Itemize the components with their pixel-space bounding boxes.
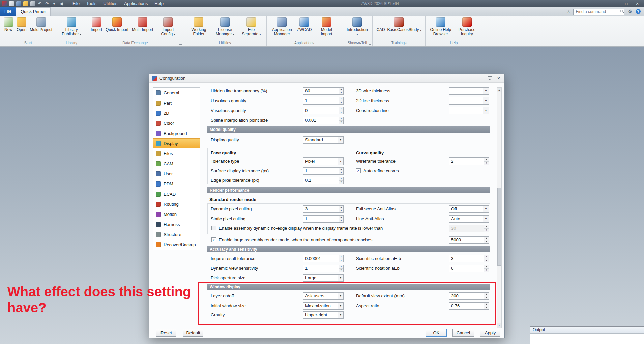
spinner-up-icon[interactable]: ▲	[484, 255, 489, 259]
redo-icon[interactable]: ↷	[45, 1, 50, 6]
tab-file[interactable]: File	[0, 7, 16, 16]
ribbon-button[interactable]: File Separate ▾	[238, 16, 264, 38]
ribbon-button[interactable]: Purchase Inquiry	[454, 16, 480, 37]
spinner-down-icon[interactable]: ▼	[484, 269, 489, 272]
full-scene-anti-alias-dropdown[interactable]: Off ▼	[449, 205, 489, 213]
config-nav-item[interactable]: PDM	[153, 179, 200, 189]
menu-item[interactable]: File	[69, 0, 83, 7]
reset-button[interactable]: Reset	[156, 329, 176, 337]
spinner-down-icon[interactable]: ▼	[339, 101, 343, 105]
u-isolines-spinner[interactable]: 1 ▲▼	[303, 97, 344, 105]
search-icon[interactable]	[620, 10, 623, 12]
hidden-line-transparency-spinner[interactable]: 80 ▲▼	[303, 87, 344, 95]
spinner-up-icon[interactable]: ▲	[339, 117, 343, 121]
construction-line-dropdown[interactable]: ▼	[449, 107, 489, 114]
pick-aperture-size-dropdown[interactable]: Large ▼	[303, 274, 344, 282]
minimize-icon[interactable]: —	[611, 0, 620, 7]
close-icon[interactable]: ✕	[633, 0, 642, 7]
ribbon-button[interactable]: Open	[15, 16, 28, 33]
spinner-up-icon[interactable]: ▲	[339, 265, 343, 269]
spinner-up-icon[interactable]: ▲	[484, 237, 489, 240]
config-nav-item[interactable]: Harness	[153, 219, 200, 229]
apply-button[interactable]: Apply	[480, 329, 500, 337]
ribbon-button[interactable]: Introduction ▾	[344, 16, 370, 38]
ribbon-button[interactable]: Import Config ▾	[155, 16, 181, 38]
spinner-up-icon[interactable]: ▲	[339, 168, 343, 171]
open-folder-icon[interactable]	[23, 1, 28, 6]
menu-item[interactable]: Utilities	[100, 0, 121, 7]
spinner-down-icon[interactable]: ▼	[339, 209, 343, 213]
spinner-up-icon[interactable]: ▲	[339, 97, 343, 101]
new-doc-icon[interactable]	[9, 1, 14, 6]
output-panel-header[interactable]: Output	[530, 327, 644, 334]
spinner-down-icon[interactable]: ▼	[339, 181, 343, 184]
wire-3d-thickness-dropdown[interactable]: ▼	[449, 87, 489, 95]
line-anti-alias-dropdown[interactable]: Auto ▼	[449, 215, 489, 223]
v-isolines-spinner[interactable]: 0 ▲▼	[303, 107, 344, 114]
spinner-up-icon[interactable]: ▲	[339, 216, 343, 219]
ribbon-button[interactable]: License Manager ▾	[212, 16, 238, 38]
ribbon-button[interactable]: Quick Import	[104, 16, 130, 33]
config-nav-item[interactable]: Background	[153, 128, 200, 138]
default-button[interactable]: Default	[183, 329, 203, 337]
scroll-up-icon[interactable]: ▲	[497, 88, 501, 92]
spinner-down-icon[interactable]: ▼	[484, 259, 489, 262]
auto-refine-curves-checkbox[interactable]: ✔	[356, 168, 361, 173]
undo-icon[interactable]: ↶	[37, 1, 42, 6]
spinner-up-icon[interactable]: ▲	[484, 158, 489, 162]
config-nav-item[interactable]: Routing	[153, 199, 200, 209]
spinner-down-icon[interactable]: ▼	[339, 111, 343, 114]
menu-item[interactable]: Help	[151, 0, 167, 7]
spinner-up-icon[interactable]: ▲	[339, 255, 343, 259]
spinner-down-icon[interactable]: ▼	[339, 219, 343, 223]
ribbon-button[interactable]: CAD_BasicCasesStudy ▾	[375, 16, 423, 33]
config-nav-item[interactable]: Files	[153, 148, 200, 159]
command-search-input[interactable]	[573, 9, 624, 15]
config-nav-item[interactable]: Recover/Backup	[153, 239, 200, 250]
dynamic-pixel-culling-spinner[interactable]: 3 ▲▼	[303, 205, 344, 213]
spinner-up-icon[interactable]: ▲	[339, 88, 343, 91]
large-assembly-count-spinner[interactable]: 5000 ▲▼	[449, 236, 489, 244]
tab-quick-primer[interactable]: Quick Primer	[16, 7, 51, 16]
spinner-down-icon[interactable]: ▼	[339, 171, 343, 175]
scroll-down-icon[interactable]: ▼	[497, 323, 501, 328]
ribbon-button[interactable]: Model Import	[313, 16, 340, 37]
zw3d-logo-icon[interactable]	[2, 1, 7, 6]
dialog-launcher-icon[interactable]	[179, 42, 182, 45]
spinner-up-icon[interactable]: ▲	[339, 107, 343, 111]
tolerance-type-dropdown[interactable]: Pixel ▼	[303, 157, 344, 165]
ok-button[interactable]: OK	[426, 329, 447, 337]
ribbon-button[interactable]: ZWCAD	[295, 16, 313, 33]
back-icon[interactable]: ◀	[59, 1, 64, 6]
print-icon[interactable]	[30, 1, 35, 6]
spline-interp-spinner[interactable]: 0.001 ▲▼	[303, 117, 344, 124]
edge-pixel-tolerance-spinner[interactable]: 0.1 ▲▼	[303, 177, 344, 184]
line-2d-thickness-dropdown[interactable]: ▼	[449, 97, 489, 105]
toolbar-options-icon[interactable]: ▾	[52, 1, 57, 6]
ribbon-button[interactable]: Import	[89, 16, 104, 33]
menu-item[interactable]: Applications	[121, 0, 151, 7]
scrollbar-thumb[interactable]	[497, 188, 501, 266]
collapse-ribbon-icon[interactable]: ∧	[567, 7, 570, 16]
config-nav-item[interactable]: General	[153, 88, 200, 98]
large-assembly-checkbox[interactable]: ✔	[211, 237, 216, 242]
config-nav-item[interactable]: User	[153, 169, 200, 179]
gear-icon[interactable]: ⚙	[628, 7, 632, 16]
spinner-down-icon[interactable]: ▼	[339, 259, 343, 262]
wireframe-tolerance-spinner[interactable]: 2 ▲▼	[449, 157, 489, 165]
ribbon-button[interactable]: New	[2, 16, 15, 33]
dynamic-view-sensitivity-spinner[interactable]: 1 ▲▼	[303, 265, 344, 272]
spinner-down-icon[interactable]: ▼	[484, 240, 489, 244]
ribbon-button[interactable]: Library Publisher ▾	[58, 16, 85, 38]
dialog-launcher-icon[interactable]	[369, 42, 371, 45]
maximize-icon[interactable]: □	[622, 0, 631, 7]
spinner-down-icon[interactable]: ▼	[484, 162, 489, 165]
spinner-down-icon[interactable]: ▼	[339, 121, 343, 124]
dialog-scrollbar[interactable]: ▲ ▼	[497, 87, 502, 328]
ribbon-button[interactable]: Online Help Browser	[428, 16, 454, 37]
static-pixel-culling-spinner[interactable]: 1 ▲▼	[303, 215, 344, 223]
config-nav-item[interactable]: Display	[153, 138, 200, 148]
display-quality-dropdown[interactable]: Standard ▼	[303, 136, 344, 144]
config-nav-item[interactable]: Part	[153, 98, 200, 108]
config-nav-item[interactable]: CAM	[153, 159, 200, 169]
